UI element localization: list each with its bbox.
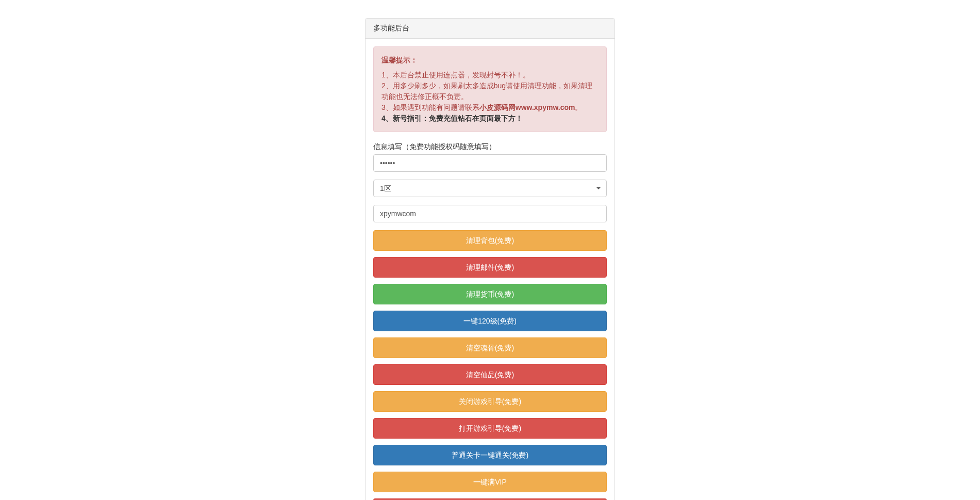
open-guide-button[interactable]: 打开游戏引导(免费) — [373, 418, 607, 439]
max-vip-button[interactable]: 一键满VIP — [373, 472, 607, 492]
panel-header: 多功能后台 — [366, 19, 614, 39]
alert-title: 温馨提示： — [381, 55, 599, 66]
panel-body: 温馨提示： 1、本后台禁止使用连点器，发现封号不补！。 2、用多少刷多少，如果刷… — [366, 39, 614, 500]
clear-soulbone-button[interactable]: 清空魂骨(免费) — [373, 337, 607, 358]
panel-title: 多功能后台 — [373, 24, 409, 32]
clear-bag-button[interactable]: 清理背包(免费) — [373, 230, 607, 251]
alert-line-3: 3、如果遇到功能有问题请联系小皮源码网www.xpymw.com。 — [381, 102, 599, 113]
clear-mail-button[interactable]: 清理邮件(免费) — [373, 257, 607, 278]
level-120-button[interactable]: 一键120级(免费) — [373, 311, 607, 331]
form-label: 信息填写（免费功能授权码随意填写） — [373, 142, 607, 152]
alert-line-2: 2、用多少刷多少，如果刷太多造成bug请使用清理功能，如果清理功能也无法修正概不… — [381, 80, 599, 102]
alert-line-3-prefix: 3、如果遇到功能有问题请联系 — [381, 103, 479, 111]
auth-code-input[interactable] — [373, 154, 607, 172]
clear-immortal-button[interactable]: 清空仙品(免费) — [373, 364, 607, 385]
zone-select[interactable]: 1区 — [373, 180, 607, 197]
close-guide-button[interactable]: 关闭游戏引导(免费) — [373, 391, 607, 412]
main-panel: 多功能后台 温馨提示： 1、本后台禁止使用连点器，发现封号不补！。 2、用多少刷… — [365, 18, 615, 500]
alert-line-1: 1、本后台禁止使用连点器，发现封号不补！。 — [381, 70, 599, 80]
clear-stage-button[interactable]: 普通关卡一键通关(免费) — [373, 445, 607, 465]
alert-contact-link[interactable]: 小皮源码网www.xpymw.com — [479, 103, 575, 111]
account-input[interactable] — [373, 205, 607, 222]
zone-select-wrapper: 1区 — [373, 180, 607, 197]
alert-line-4: 4、新号指引：免费充值钻石在页面最下方！ — [381, 113, 599, 124]
warning-alert: 温馨提示： 1、本后台禁止使用连点器，发现封号不补！。 2、用多少刷多少，如果刷… — [373, 46, 607, 132]
alert-line-3-suffix: 。 — [575, 103, 582, 111]
clear-currency-button[interactable]: 清理货币(免费) — [373, 284, 607, 304]
